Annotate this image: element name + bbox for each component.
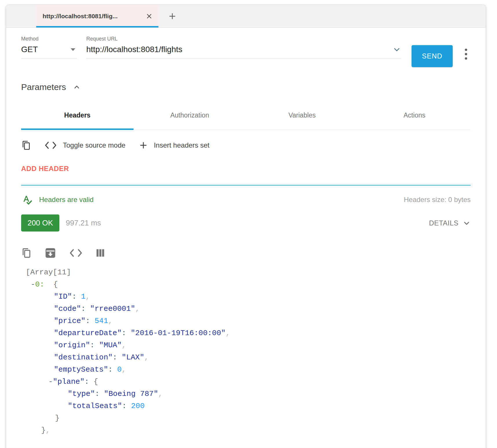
json-token-col: : (95, 390, 104, 398)
headers-toolbar: Toggle source mode Insert headers set (21, 137, 471, 154)
plus-icon[interactable] (139, 141, 148, 150)
json-token-com: , (108, 317, 113, 325)
json-token-com: , (135, 304, 140, 313)
tab-bar-spacer (6, 5, 36, 27)
json-token-str: "Boeing 787" (104, 390, 158, 398)
json-token-key: "code" (54, 304, 81, 313)
json-line: }, (26, 424, 471, 436)
method-select[interactable]: Method GET (21, 36, 77, 58)
json-line: "destination": "LAX", (26, 351, 471, 363)
send-button[interactable]: SEND (412, 45, 453, 67)
url-value: http://localhost:8081/flights (86, 45, 182, 54)
json-token-col: : (81, 304, 90, 313)
json-line: -"plane": { (26, 376, 471, 388)
json-line: "emptySeats": 0, (26, 363, 471, 376)
section-divider (21, 185, 471, 186)
json-token-com: , (226, 329, 230, 337)
json-token-str: "2016-01-19T16:00:00" (131, 329, 226, 337)
json-line: -0: { (26, 278, 471, 291)
code-icon[interactable] (44, 141, 57, 149)
response-body: [Array[11]-0: {"ID": 1,"code": "rree0001… (21, 266, 471, 436)
code-icon[interactable] (69, 249, 83, 257)
dropdown-triangle-icon (71, 48, 75, 51)
headers-valid-message: Headers are valid (39, 196, 94, 204)
json-line: "code": "rree0001", (26, 303, 471, 315)
tab-headers[interactable]: Headers (21, 101, 134, 130)
json-token-key: "price" (54, 317, 85, 325)
response-status-row: 200 OK 997.21 ms DETAILS (21, 214, 471, 232)
insert-headers-set-button[interactable]: Insert headers set (154, 141, 209, 149)
json-token-col: : (108, 365, 117, 374)
response-toolbar (21, 244, 471, 262)
json-token-key: "totalSeats" (68, 402, 122, 410)
json-token-meta: [Array[11] (26, 268, 71, 277)
json-token-col: : (122, 329, 131, 337)
json-token-key: "type" (68, 390, 95, 398)
copy-icon[interactable] (21, 247, 32, 259)
json-token-com: , (85, 292, 90, 301)
json-token-str: "LAX" (122, 353, 144, 362)
request-editor: Method GET Request URL http://localhost:… (21, 36, 471, 67)
parameters-header[interactable]: Parameters (21, 82, 471, 92)
json-token-num: 1 (81, 292, 86, 301)
tab-variables[interactable]: Variables (246, 101, 358, 130)
request-tab[interactable]: http://localhost:8081/flig... (36, 5, 158, 27)
json-token-com: , (46, 426, 50, 435)
json-token-num: 541 (94, 317, 108, 325)
json-token-com: , (158, 390, 163, 398)
headers-size: Headers size: 0 bytes (404, 196, 471, 204)
json-token-pun: { (44, 280, 58, 289)
json-token-col: : (113, 353, 122, 362)
json-token-col: : (85, 377, 94, 386)
json-token-key: "ID" (54, 292, 72, 301)
json-line: } (26, 412, 471, 424)
request-tab-label: http://localhost:8081/flig... (43, 13, 142, 20)
json-token-pun: } (55, 414, 60, 423)
json-token-key: "origin" (54, 341, 90, 350)
chevron-down-icon[interactable] (392, 45, 401, 54)
tab-bar: http://localhost:8081/flig... (6, 5, 486, 28)
json-collapse-toggle[interactable]: - (48, 377, 53, 386)
tab-actions[interactable]: Actions (358, 101, 471, 130)
parameters-tabs: Headers Authorization Variables Actions (21, 101, 471, 130)
toggle-source-mode-button[interactable]: Toggle source mode (63, 141, 125, 149)
table-columns-icon[interactable] (95, 248, 105, 258)
json-token-col: : (72, 292, 81, 301)
method-value: GET (21, 45, 38, 54)
parameters-title: Parameters (21, 82, 66, 92)
json-token-idx: 0: (35, 280, 44, 289)
url-input[interactable]: Request URL http://localhost:8081/flight… (86, 36, 401, 58)
json-token-com: , (122, 365, 126, 374)
json-token-pun: } (41, 426, 46, 435)
add-header-button[interactable]: ADD HEADER (21, 165, 471, 173)
json-token-pun: { (94, 377, 98, 386)
json-token-key: "departureDate" (54, 329, 122, 337)
kebab-menu-icon[interactable] (461, 49, 471, 60)
app-window: http://localhost:8081/flig... Method GET… (6, 5, 486, 448)
close-icon[interactable] (146, 13, 153, 20)
new-tab-button[interactable] (158, 5, 186, 27)
json-token-com: , (122, 341, 126, 350)
save-icon[interactable] (44, 247, 56, 259)
json-line: "ID": 1, (26, 291, 471, 303)
json-token-num: 0 (117, 365, 122, 374)
json-line: [Array[11] (26, 266, 471, 278)
json-line: "type": "Boeing 787", (26, 388, 471, 400)
tab-authorization[interactable]: Authorization (134, 101, 246, 130)
status-badge: 200 OK (21, 214, 59, 232)
spellcheck-icon (21, 194, 33, 205)
json-line: "departureDate": "2016-01-19T16:00:00", (26, 327, 471, 339)
details-button[interactable]: DETAILS (429, 219, 471, 227)
json-token-com: , (144, 353, 149, 362)
json-token-col: : (122, 402, 131, 410)
chevron-up-icon (73, 83, 81, 91)
details-label: DETAILS (429, 219, 458, 227)
json-collapse-toggle[interactable]: - (31, 280, 35, 289)
json-token-key: "plane" (53, 377, 85, 386)
url-label: Request URL (86, 36, 401, 42)
copy-icon[interactable] (21, 140, 31, 151)
chevron-down-icon (463, 219, 471, 227)
json-token-key: "destination" (54, 353, 113, 362)
json-token-col: : (85, 317, 94, 325)
json-token-key: "emptySeats" (54, 365, 108, 374)
